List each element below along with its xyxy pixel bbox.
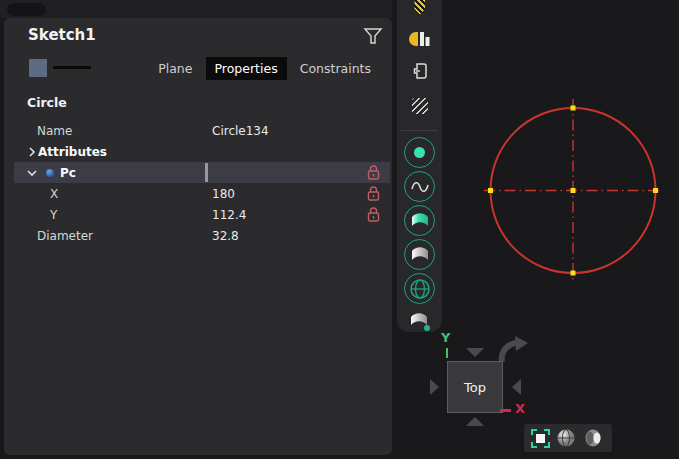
edit-cursor (205, 163, 208, 182)
sphere-grid-tool-button[interactable] (404, 273, 435, 304)
axis-y-label: Y (441, 330, 450, 345)
tab-constraints[interactable]: Constraints (291, 57, 380, 80)
zoom-fit-icon[interactable] (531, 429, 550, 448)
chevron-right-icon[interactable] (27, 147, 37, 157)
point-tool-button[interactable] (404, 137, 435, 168)
diameter-label: Diameter (37, 229, 93, 243)
line-style-preview[interactable] (53, 66, 91, 69)
sketch-point[interactable] (488, 188, 493, 193)
axis-y-tick (446, 348, 448, 358)
fit-square (536, 434, 545, 443)
lock-icon[interactable] (367, 165, 380, 180)
row-x[interactable]: X 180 (14, 183, 390, 204)
name-value[interactable]: Circle134 (212, 124, 269, 138)
row-pc[interactable]: Pc (14, 162, 390, 183)
row-diameter[interactable]: Diameter 32.8 (14, 225, 390, 246)
panel-top-strip (0, 0, 392, 18)
chevron-down-icon[interactable] (27, 168, 37, 178)
axis-x-tick (500, 409, 511, 412)
x-label: X (50, 187, 58, 201)
sketch-point[interactable] (571, 106, 576, 111)
tab-properties[interactable]: Properties (206, 57, 287, 80)
side-toolbar (397, 0, 442, 332)
toolbar-divider (401, 130, 438, 131)
view-controls-bar (524, 424, 612, 452)
panel-collapse-handle[interactable] (7, 3, 46, 16)
sketch-color-swatch[interactable] (29, 59, 47, 77)
point-marker-icon (46, 169, 54, 177)
x-value[interactable]: 180 (212, 187, 235, 201)
property-rows: Name Circle134 Attributes Pc X 180 (14, 120, 390, 246)
sketch-point[interactable] (571, 188, 576, 193)
tab-plane[interactable]: Plane (149, 57, 201, 80)
filter-button[interactable] (361, 24, 385, 48)
spline-tool-icon (406, 173, 434, 201)
surface-tool-button[interactable] (404, 239, 435, 270)
row-y[interactable]: Y 112.4 (14, 204, 390, 225)
filter-funnel-icon (361, 24, 385, 48)
hatch-icon[interactable] (412, 98, 428, 114)
attributes-label: Attributes (38, 145, 107, 159)
view-cube-label: Top (464, 380, 486, 395)
surface-point-icon[interactable] (407, 308, 433, 334)
orbit-sphere-icon[interactable] (556, 428, 576, 448)
rotate-up-arrow[interactable] (466, 348, 484, 357)
lock-icon[interactable] (367, 207, 380, 222)
camera-view-icon[interactable] (583, 428, 605, 448)
y-value[interactable]: 112.4 (212, 208, 246, 222)
y-label: Y (50, 208, 57, 222)
pc-label: Pc (60, 166, 76, 180)
section-title: Circle (27, 95, 67, 110)
properties-panel: Sketch1 Plane Properties Constraints Cir… (4, 18, 392, 455)
pencil-tip-icon[interactable] (414, 0, 425, 15)
rotate-left-arrow[interactable] (430, 379, 439, 395)
sketch-points[interactable] (488, 106, 658, 276)
rotate-down-arrow[interactable] (466, 417, 484, 426)
axis-x-label: X (515, 401, 525, 416)
sphere-grid-tool-icon (406, 275, 434, 303)
row-attributes[interactable]: Attributes (14, 141, 390, 162)
point-tool-icon (414, 147, 425, 158)
name-label: Name (37, 124, 72, 138)
surface-fill-tool-icon (406, 207, 434, 235)
panel-title: Sketch1 (28, 26, 96, 44)
panel-tabs: Plane Properties Constraints (149, 56, 380, 80)
extrude-sketch-icon[interactable] (409, 30, 431, 48)
spline-tool-button[interactable] (404, 171, 435, 202)
view-cube-face-top[interactable]: Top (447, 361, 503, 413)
diameter-value[interactable]: 32.8 (212, 229, 239, 243)
document-icon[interactable] (411, 62, 429, 81)
row-name[interactable]: Name Circle134 (14, 120, 390, 141)
surface-tool-icon (406, 241, 434, 269)
surface-fill-tool-button[interactable] (404, 205, 435, 236)
sketch-circle[interactable] (491, 108, 656, 273)
rotate-right-arrow[interactable] (512, 379, 521, 395)
sketch-point[interactable] (653, 188, 658, 193)
sketch-point[interactable] (571, 271, 576, 276)
lock-icon[interactable] (367, 186, 380, 201)
